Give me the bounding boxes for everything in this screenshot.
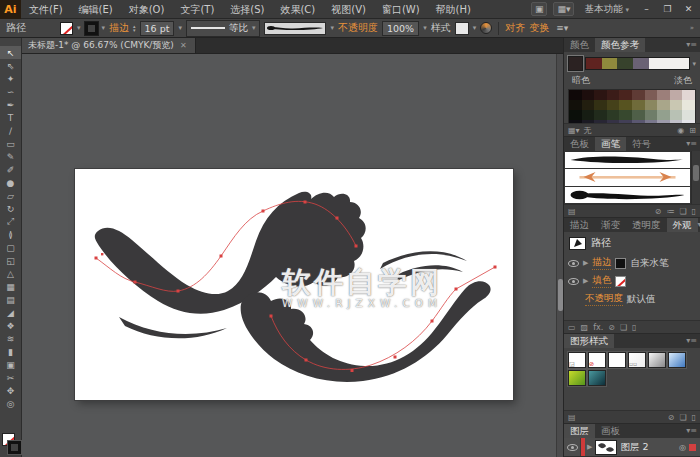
close-document-icon[interactable]: ✕: [180, 41, 187, 50]
opacity-attribute-link[interactable]: 不透明度: [585, 292, 623, 306]
brushes-tab-符号[interactable]: 符号: [626, 137, 657, 151]
transform-link[interactable]: 变换: [529, 21, 549, 35]
brushes-scrollbar[interactable]: [691, 151, 700, 204]
color-variation-0-0[interactable]: [569, 90, 582, 100]
stroke-color-swatch[interactable]: [85, 22, 98, 35]
color-variation-1-4[interactable]: [619, 100, 632, 110]
panel-menu-icon[interactable]: ▾≡: [686, 38, 700, 52]
new-stroke-icon[interactable]: ▭: [568, 323, 576, 332]
menu-item-3[interactable]: 文字(T): [172, 0, 222, 19]
minimize-button[interactable]: –: [639, 2, 654, 17]
color-variation-2-0[interactable]: [569, 110, 582, 120]
tab-graphic-styles[interactable]: 图形样式: [564, 334, 614, 348]
visibility-eye-icon[interactable]: [568, 278, 579, 285]
collapse-control-panel-icon[interactable]: »: [690, 24, 694, 32]
visibility-eye-icon[interactable]: [568, 260, 579, 267]
direct-selection-tool[interactable]: ⇖: [0, 59, 21, 72]
free-transform-tool[interactable]: ▢: [0, 241, 21, 254]
default-graphic-style[interactable]: ◲: [568, 352, 586, 368]
color-variation-0-6[interactable]: [645, 90, 658, 100]
eraser-tool[interactable]: ▱: [0, 189, 21, 202]
layer-target-icon[interactable]: ◎: [679, 443, 686, 452]
stroke-weight-dropdown-icon[interactable]: ▾: [178, 24, 182, 32]
line-segment-tool[interactable]: ∕: [0, 124, 21, 137]
width-profile-select[interactable]: 等比 ▾: [186, 20, 261, 37]
artboard-tool[interactable]: ▣: [0, 358, 21, 371]
appearance-opacity-row[interactable]: 不透明度 默认值: [564, 290, 700, 308]
harmony-rules-dropdown-icon[interactable]: ▾: [692, 60, 696, 68]
menu-item-8[interactable]: 帮助(H): [428, 0, 479, 19]
menu-item-2[interactable]: 对象(O): [121, 0, 173, 19]
base-color-swatch[interactable]: [568, 56, 583, 71]
clear-appearance-icon[interactable]: ⊘: [608, 323, 615, 332]
harmony-color-strip[interactable]: [585, 57, 690, 70]
color-variation-1-6[interactable]: [645, 100, 658, 110]
color-variation-0-1[interactable]: [582, 90, 595, 100]
color-variation-0-8[interactable]: [670, 90, 683, 100]
color-variation-2-8[interactable]: [670, 110, 683, 120]
new-style-icon[interactable]: ❏: [679, 413, 686, 422]
pencil-tool[interactable]: ✐: [0, 163, 21, 176]
appearance-stroke-row[interactable]: ▶ 描边 自来水笔: [564, 254, 700, 272]
harmony-color-4[interactable]: [649, 58, 690, 69]
color-variation-1-3[interactable]: [607, 100, 620, 110]
delete-brush-icon[interactable]: ▯: [692, 207, 696, 216]
color-variation-1-8[interactable]: [670, 100, 683, 110]
style-libraries-icon[interactable]: ▤: [568, 413, 576, 422]
color-variation-2-9[interactable]: [682, 110, 695, 120]
blend-tool[interactable]: ❖: [0, 319, 21, 332]
stroke-attribute-link[interactable]: 描边: [592, 256, 611, 270]
fill-dropdown-icon[interactable]: ▾: [77, 24, 81, 32]
canvas-vertical-scrollbar[interactable]: [556, 54, 563, 457]
pen-tool[interactable]: ✒: [0, 98, 21, 111]
mesh-tool[interactable]: ▦: [0, 280, 21, 293]
width-tool[interactable]: ≬: [0, 228, 21, 241]
column-graph-tool[interactable]: ▮: [0, 345, 21, 358]
perspective-grid-tool[interactable]: △: [0, 267, 21, 280]
color-variation-1-7[interactable]: [657, 100, 670, 110]
document-tab[interactable]: 未标题-1* @ 66.67% (CMYK/预览) ✕: [20, 38, 196, 53]
canvas-area[interactable]: 软件自学网 WWW.RJZXW.COM: [22, 54, 563, 457]
break-link-icon[interactable]: ⊘: [668, 413, 675, 422]
layers-tab-画板[interactable]: 画板: [595, 424, 626, 438]
harmony-color-0[interactable]: [586, 58, 602, 69]
panel-menu-icon[interactable]: ▾≡: [686, 424, 700, 438]
stroke-weight-value[interactable]: 16 pt: [140, 21, 175, 36]
brushes-tab-色板[interactable]: 色板: [564, 137, 595, 151]
menu-item-4[interactable]: 选择(S): [222, 0, 272, 19]
close-button[interactable]: ✕: [681, 2, 696, 17]
appearance-fill-row[interactable]: ▶ 填色: [564, 272, 700, 290]
appearance-tab-渐变[interactable]: 渐变: [595, 218, 626, 232]
color-tab-颜色[interactable]: 颜色: [564, 38, 595, 52]
selection-tool[interactable]: ↖: [0, 46, 21, 59]
layer-row[interactable]: ▶ 图层 2 ◎: [564, 438, 700, 457]
color-variation-0-5[interactable]: [632, 90, 645, 100]
color-variation-2-4[interactable]: [619, 110, 632, 120]
color-variation-1-5[interactable]: [632, 100, 645, 110]
stroke-well-icon[interactable]: [8, 441, 21, 454]
harmony-color-2[interactable]: [617, 58, 633, 69]
menu-item-1[interactable]: 编辑(E): [71, 0, 121, 19]
style-dropdown-icon[interactable]: ▾: [473, 24, 477, 32]
opacity-dropdown-icon[interactable]: ▾: [423, 24, 427, 32]
new-fill-icon[interactable]: ▨: [581, 323, 589, 332]
color-variation-0-9[interactable]: [682, 90, 695, 100]
menu-item-6[interactable]: 视图(V): [323, 0, 374, 19]
hand-tool[interactable]: ✥: [0, 384, 21, 397]
color-variation-2-7[interactable]: [657, 110, 670, 120]
layers-tab-图层[interactable]: 图层: [564, 424, 595, 438]
appearance-tab-描边[interactable]: 描边: [564, 218, 595, 232]
fill-color-swatch[interactable]: [60, 22, 73, 35]
app-logo[interactable]: Ai: [0, 0, 21, 19]
artboard[interactable]: 软件自学网 WWW.RJZXW.COM: [75, 169, 513, 400]
scrollbar-thumb[interactable]: [693, 165, 699, 181]
options-of-selected-object-icon[interactable]: ≔: [666, 207, 674, 216]
color-variation-2-2[interactable]: [594, 110, 607, 120]
brush-dropdown-icon[interactable]: ▾: [330, 24, 334, 32]
color-tab-颜色参考[interactable]: 颜色参考: [595, 38, 645, 52]
fill-attribute-link[interactable]: 填色: [592, 274, 611, 288]
appearance-tab-外观[interactable]: 外观: [667, 218, 698, 232]
artwork-koi-fish[interactable]: [75, 169, 513, 400]
bridge-icon[interactable]: ▣: [531, 2, 548, 16]
gradient-tool[interactable]: ▤: [0, 293, 21, 306]
